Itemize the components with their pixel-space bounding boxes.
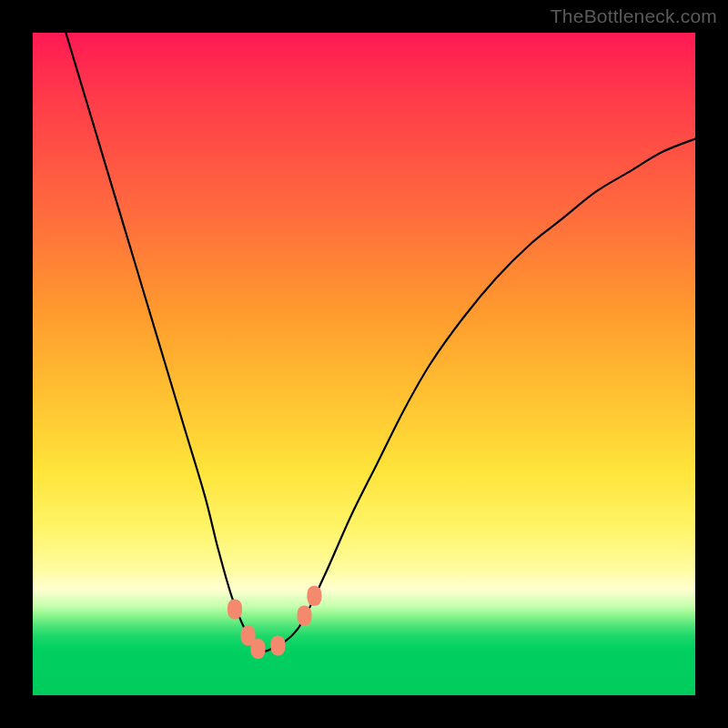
bottleneck-curve	[66, 33, 695, 652]
curve-group	[66, 33, 695, 652]
chart-frame: TheBottleneck.com	[0, 0, 728, 728]
marker-left-1	[228, 599, 242, 619]
marker-bottom-2	[270, 635, 285, 655]
watermark-text: TheBottleneck.com	[551, 5, 717, 27]
marker-right-2	[307, 586, 321, 606]
chart-svg	[33, 33, 695, 695]
marker-bottom-1	[251, 639, 266, 659]
plot-area	[33, 33, 695, 695]
marker-right-1	[298, 606, 312, 626]
